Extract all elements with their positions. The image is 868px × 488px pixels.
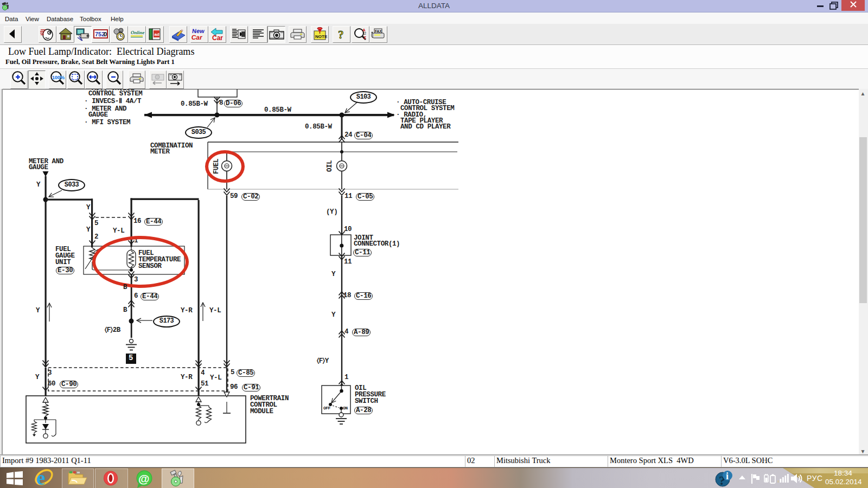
svg-text:i: i [726,471,729,481]
svg-text:Car: Car [212,34,223,42]
svg-text:Car: Car [191,34,203,41]
svg-text:e: e [36,467,45,488]
svg-text:FAX: FAX [375,29,382,33]
svg-text:?: ? [338,28,344,41]
svg-text:NOTE: NOTE [315,34,328,39]
svg-text:Online: Online [131,30,145,35]
svg-text:ad: ad [155,32,159,37]
svg-text:@: @ [138,472,149,485]
svg-text:100%: 100% [52,75,65,80]
svg-text:2: 2 [364,31,366,35]
svg-text:0: 0 [104,31,107,37]
svg-text:Z: Z [363,35,366,40]
